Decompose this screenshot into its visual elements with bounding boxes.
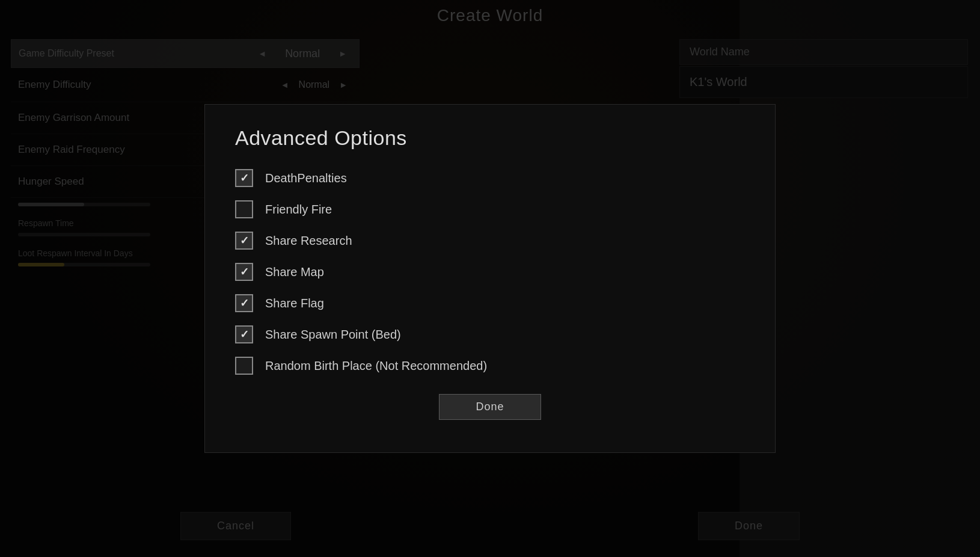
checkbox-label-1: Friendly Fire: [265, 203, 332, 217]
checkbox-item-2: ✓Share Research: [235, 232, 745, 250]
modal-done-button[interactable]: Done: [439, 394, 541, 420]
checkbox-box-2[interactable]: ✓: [235, 232, 253, 250]
checkbox-box-4[interactable]: ✓: [235, 294, 253, 312]
advanced-options-modal: Advanced Options ✓DeathPenaltiesFriendly…: [204, 104, 776, 453]
modal-overlay: Advanced Options ✓DeathPenaltiesFriendly…: [0, 0, 980, 557]
modal-title: Advanced Options: [235, 126, 745, 150]
checkbox-item-0: ✓DeathPenalties: [235, 169, 745, 187]
checkbox-box-6[interactable]: [235, 357, 253, 375]
checkbox-box-0[interactable]: ✓: [235, 169, 253, 187]
checkbox-label-6: Random Birth Place (Not Recommended): [265, 359, 487, 373]
checkbox-item-6: Random Birth Place (Not Recommended): [235, 357, 745, 375]
checkbox-label-0: DeathPenalties: [265, 171, 347, 185]
checkbox-label-4: Share Flag: [265, 297, 324, 310]
checkbox-label-3: Share Map: [265, 265, 324, 279]
checkbox-box-1[interactable]: [235, 200, 253, 218]
checkbox-item-1: Friendly Fire: [235, 200, 745, 218]
checkmark-2: ✓: [240, 234, 249, 247]
checkmark-5: ✓: [240, 328, 249, 341]
checkmark-4: ✓: [240, 297, 249, 310]
checkbox-box-3[interactable]: ✓: [235, 263, 253, 281]
checkbox-item-3: ✓Share Map: [235, 263, 745, 281]
checkbox-item-5: ✓Share Spawn Point (Bed): [235, 325, 745, 343]
checkbox-label-2: Share Research: [265, 234, 352, 248]
checkbox-item-4: ✓Share Flag: [235, 294, 745, 312]
checkbox-box-5[interactable]: ✓: [235, 325, 253, 343]
checkmark-0: ✓: [240, 171, 249, 185]
checkbox-label-5: Share Spawn Point (Bed): [265, 328, 401, 342]
checkbox-list: ✓DeathPenaltiesFriendly Fire✓Share Resea…: [235, 169, 745, 375]
checkmark-3: ✓: [240, 265, 249, 278]
